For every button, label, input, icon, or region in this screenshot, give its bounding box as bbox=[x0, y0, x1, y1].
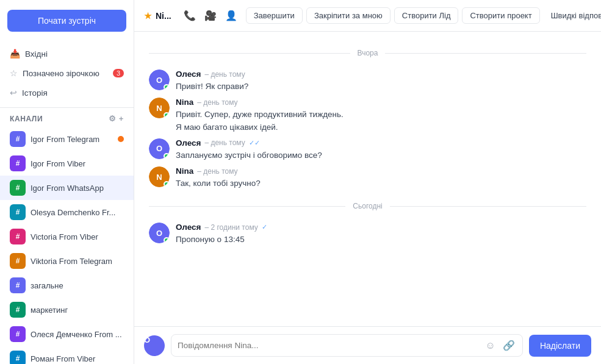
message-avatar: N bbox=[149, 98, 170, 118]
message-header: Олеся– день тому ✓✓ bbox=[176, 138, 586, 148]
avatar-status-dot bbox=[164, 112, 170, 118]
settings-icon[interactable]: ⚙ bbox=[109, 114, 117, 123]
pin-button[interactable]: Закріпити за мною bbox=[306, 7, 390, 24]
channel-avatar-roman-viber: # bbox=[10, 351, 26, 364]
message-avatar: О bbox=[149, 138, 170, 159]
channel-name-viktoria-telegram: Viktoria From Telegram bbox=[31, 257, 124, 266]
messages-list: ООлеся– день томуПривіт! Як справи?NNina… bbox=[149, 67, 586, 192]
channel-name-victoria-viber: Victoria From Viber bbox=[31, 232, 124, 241]
sidebar-item-starred[interactable]: ☆ Позначено зірочкою 3 bbox=[0, 63, 134, 83]
message-header: Nina– день тому bbox=[176, 98, 586, 107]
topbar: ★ Ni... 📞 🎥 👤 Завершити Закріпити за мно… bbox=[134, 0, 601, 32]
message-text: Так, коли тобі зручно? bbox=[176, 177, 586, 190]
create-lead-button[interactable]: Створити Лід bbox=[394, 7, 459, 24]
message-row: ООлеся– день томуПривіт! Як справи? bbox=[149, 67, 586, 95]
sidebar-item-igor-telegram[interactable]: #Igor From Telegram bbox=[0, 127, 134, 151]
input-area: О ☺ 🔗 Надіслати bbox=[134, 326, 601, 364]
message-text: Привіт! Як справи? bbox=[176, 80, 586, 93]
sidebar-item-victoria-viber[interactable]: #Victoria From Viber bbox=[0, 224, 134, 249]
message-author: Олеся bbox=[176, 223, 201, 232]
sidebar-item-roman-viber[interactable]: #Роман From Viber bbox=[0, 346, 134, 364]
message-text: Привіт. Супер, дуже продуктивний тиждень… bbox=[176, 109, 586, 134]
message-header: Олеся– день тому bbox=[176, 70, 586, 79]
star-icon: ☆ bbox=[10, 68, 18, 78]
message-row: ООлеся– день тому ✓✓Заплануємо зустріч і… bbox=[149, 136, 586, 164]
messages-list-today: ООлеся– 2 години тому ✓Пропоную о 13:45 bbox=[149, 220, 586, 248]
channel-avatar-viktoria-telegram: # bbox=[10, 253, 26, 269]
channel-avatar-zagalne: # bbox=[10, 277, 26, 293]
sidebar-top: Почати зустріч bbox=[0, 0, 134, 39]
message-avatar: N bbox=[149, 166, 170, 187]
message-author: Nina bbox=[176, 166, 193, 176]
message-content: Nina– день томуПривіт. Супер, дуже проду… bbox=[176, 98, 586, 134]
date-divider-today: Сьогодні bbox=[149, 202, 586, 210]
starred-badge: 3 bbox=[113, 69, 124, 77]
messages-area: Вчора ООлеся– день томуПривіт! Як справи… bbox=[134, 32, 601, 326]
attach-button[interactable]: 🔗 bbox=[502, 338, 516, 352]
channel-name-igor-viber: Igor From Viber bbox=[31, 159, 124, 168]
topbar-buttons: Завершити Закріпити за мною Створити Лід… bbox=[246, 7, 601, 24]
sidebar-item-zagalne[interactable]: #загальне bbox=[0, 273, 134, 298]
sidebar-item-igor-whatsapp[interactable]: #Igor From WhatsApp bbox=[0, 176, 134, 200]
quick-replies-button[interactable]: Швидкі відповіді bbox=[544, 8, 601, 23]
sidebar-item-viktoria-telegram[interactable]: #Viktoria From Telegram bbox=[0, 249, 134, 273]
topbar-channel-name: Ni... bbox=[156, 11, 171, 21]
channel-name-roman-viber: Роман From Viber bbox=[31, 354, 124, 363]
avatar-status-dot bbox=[164, 84, 170, 90]
message-author: Олеся bbox=[176, 138, 201, 148]
channel-name-olesya-demchenko: Olesya Demchenko Fr... bbox=[31, 208, 124, 217]
sidebar-item-history[interactable]: ↩ Історія bbox=[0, 83, 134, 102]
message-text: Пропоную о 13:45 bbox=[176, 234, 586, 246]
channel-avatar-olesya-demchenko2: # bbox=[10, 326, 26, 342]
sidebar-item-olesya-demchenko[interactable]: #Olesya Demchenko Fr... bbox=[0, 200, 134, 224]
message-row: ООлеся– 2 години тому ✓Пропоную о 13:45 bbox=[149, 220, 586, 248]
sidebar-item-marketing[interactable]: #маркетинг bbox=[0, 298, 134, 322]
date-divider-yesterday: Вчора bbox=[149, 49, 586, 57]
add-member-button[interactable]: 👤 bbox=[223, 7, 240, 24]
sidebar: Почати зустріч 📥 Вхідні ☆ Позначено зіро… bbox=[0, 0, 134, 364]
input-wrapper: ☺ 🔗 bbox=[171, 334, 523, 357]
input-icons: ☺ 🔗 bbox=[484, 338, 516, 352]
message-avatar: О bbox=[149, 70, 170, 90]
message-author: Олеся bbox=[176, 70, 201, 79]
main-area: ★ Ni... 📞 🎥 👤 Завершити Закріпити за мно… bbox=[134, 0, 601, 364]
message-time: – день тому bbox=[204, 70, 245, 79]
message-time: – день тому bbox=[204, 138, 245, 147]
channel-avatar-igor-viber: # bbox=[10, 155, 26, 171]
message-input[interactable] bbox=[178, 335, 484, 356]
sidebar-item-inbox[interactable]: 📥 Вхідні bbox=[0, 44, 134, 63]
history-label: Історія bbox=[22, 88, 48, 98]
notification-dot bbox=[118, 136, 124, 142]
message-time: – 2 години тому bbox=[204, 223, 257, 232]
message-row: NNina– день томуТак, коли тобі зручно? bbox=[149, 164, 586, 192]
channel-name-zagalne: загальне bbox=[31, 281, 124, 290]
inbox-label: Вхідні bbox=[25, 49, 48, 59]
message-text: Заплануємо зустріч і обговоримо все? bbox=[176, 149, 586, 162]
sidebar-item-igor-viber[interactable]: #Igor From Viber bbox=[0, 151, 134, 176]
channel-name-igor-telegram: Igor From Telegram bbox=[31, 135, 113, 144]
channel-avatar-igor-telegram: # bbox=[10, 131, 26, 147]
starred-label: Позначено зірочкою bbox=[23, 69, 99, 78]
add-channel-icon[interactable]: + bbox=[119, 114, 124, 123]
message-time: – день тому bbox=[197, 98, 237, 107]
channel-name-olesya-demchenko2: Олеся Демченко From ... bbox=[31, 330, 124, 339]
channels-list: #Igor From Telegram#Igor From Viber#Igor… bbox=[0, 127, 134, 364]
channel-avatar-olesya-demchenko: # bbox=[10, 204, 26, 220]
complete-button[interactable]: Завершити bbox=[246, 7, 303, 24]
topbar-title: ★ Ni... bbox=[144, 11, 171, 21]
composer-avatar: О bbox=[144, 335, 165, 356]
emoji-button[interactable]: ☺ bbox=[484, 339, 497, 352]
send-button[interactable]: Надіслати bbox=[529, 335, 591, 357]
yesterday-label: Вчора bbox=[358, 49, 378, 57]
call-button[interactable]: 📞 bbox=[181, 7, 198, 24]
sidebar-nav: 📥 Вхідні ☆ Позначено зірочкою 3 ↩ Історі… bbox=[0, 39, 134, 108]
message-row: NNina– день томуПривіт. Супер, дуже прод… bbox=[149, 95, 586, 136]
sidebar-item-olesya-demchenko2[interactable]: #Олеся Демченко From ... bbox=[0, 322, 134, 346]
channels-heading-label: КАНАЛИ bbox=[10, 115, 43, 123]
message-author: Nina bbox=[176, 98, 193, 107]
topbar-star-icon: ★ bbox=[144, 11, 152, 21]
today-label: Сьогодні bbox=[353, 202, 382, 210]
start-meeting-button[interactable]: Почати зустріч bbox=[7, 10, 126, 32]
create-project-button[interactable]: Створити проект bbox=[462, 7, 539, 24]
video-button[interactable]: 🎥 bbox=[202, 7, 219, 24]
